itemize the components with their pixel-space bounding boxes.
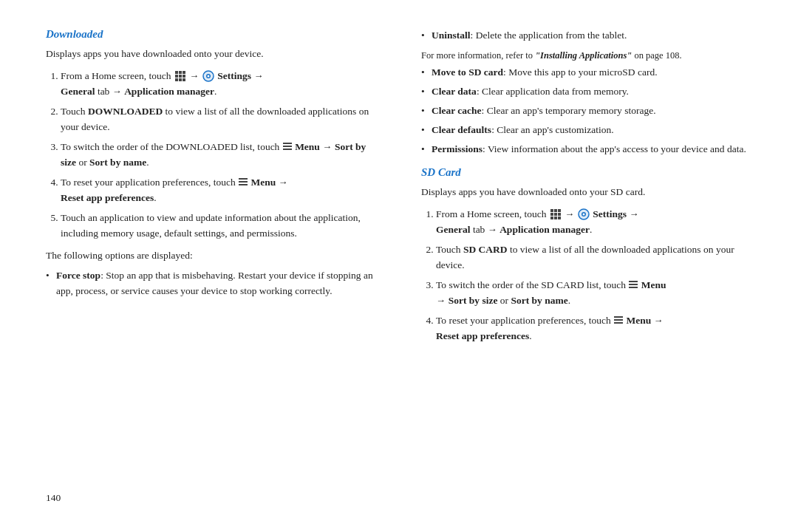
uninstall-bullet: Uninstall: Delete the application from t… [421,28,752,44]
svg-rect-35 [614,316,623,318]
installing-apps-note: For more information, refer to "Installi… [421,50,752,63]
sd-sort-size: Sort by size [449,295,498,306]
sd-settings-icon [578,208,590,220]
left-bullets: Force stop: Stop an app that is misbehav… [46,268,377,299]
clear-defaults-bullet: Clear defaults: Clear an app's customiza… [421,123,752,138]
sdcard-intro: Displays apps you have downloaded onto y… [421,185,752,200]
sd-app-manager-label: Application manager [499,224,590,235]
permissions-term: Permissions [432,143,482,154]
settings-icon-1 [202,70,214,82]
svg-rect-20 [554,209,557,212]
svg-point-12 [207,75,209,78]
svg-rect-16 [239,178,248,180]
svg-rect-2 [183,71,185,74]
sd-menu-label-1: Menu [641,279,666,290]
arrow-4: → [322,141,335,152]
arrow-3: → [112,86,122,97]
clear-data-bullet: Clear data: Clear application data from … [421,84,752,100]
clear-cache-bullet: Clear cache: Clear an app's temporary me… [421,103,752,119]
arrow-2: → [253,70,263,81]
sd-sort-name: Sort by name [511,295,567,306]
downloaded-intro: Displays apps you have downloaded onto y… [46,47,377,61]
permissions-bullet: Permissions: View information about the … [421,142,752,157]
apps-icon [174,70,186,82]
right-more-bullets: Move to SD card: Move this app to your m… [421,65,752,157]
right-column: Uninstall: Delete the application from t… [414,28,752,477]
sd-menu-label-2: Menu [626,315,651,326]
svg-rect-8 [183,78,185,81]
settings-label-1: Settings [217,70,251,81]
content-area: Downloaded Displays apps you have downlo… [46,28,752,477]
arrow-1: → [189,70,202,81]
sd-apps-icon [550,208,562,220]
force-stop-bullet: Force stop: Stop an app that is misbehav… [46,268,377,299]
menu-label-1: Menu [295,141,320,152]
following-options-label: The following options are displayed: [46,248,377,264]
svg-rect-13 [283,143,292,144]
sd-step-1: From a Home screen, touch [436,207,752,238]
svg-rect-0 [175,71,178,74]
sdcard-title: SD Card [421,166,752,179]
downloaded-title: Downloaded [46,28,377,41]
right-top-bullets: Uninstall: Delete the application from t… [421,28,752,44]
sd-step-2: Touch SD CARD to view a list of all the … [436,242,752,273]
downloaded-label: DOWNLOADED [88,106,163,117]
step-2: Touch DOWNLOADED to view a list of all t… [61,104,377,135]
sd-arrow-4: → [436,295,449,306]
step-4: To reset your application preferences, t… [61,175,377,206]
app-manager-label-1: Application manager [124,86,214,97]
uninstall-term: Uninstall [432,30,471,41]
installing-apps-ref: "Installing Applications" [535,50,632,61]
sd-general-tab: General [436,224,471,235]
sd-step-3: To switch the order of the SD CARD list,… [436,278,752,309]
page-number: 140 [46,477,752,504]
svg-rect-1 [179,71,182,74]
force-stop-term: Force stop [56,270,100,281]
svg-rect-15 [283,149,292,150]
svg-rect-19 [550,209,553,212]
sd-arrow-1: → [565,208,577,219]
sort-by-name-label: Sort by name [89,157,146,168]
svg-rect-4 [179,75,182,78]
svg-rect-37 [614,322,623,324]
clear-data-term: Clear data [432,86,477,97]
sd-arrow-5: → [654,315,664,326]
sd-arrow-3: → [488,224,497,235]
step-1: From a Home screen, touch [61,69,377,100]
svg-rect-23 [554,213,557,216]
sdcard-steps: From a Home screen, touch [421,207,752,344]
menu-icon-2 [239,177,248,188]
sd-menu-icon-1 [629,280,638,290]
sd-reset-prefs: Reset app preferences [436,330,529,341]
svg-rect-24 [558,213,561,216]
svg-rect-26 [554,216,557,219]
svg-rect-36 [614,319,623,321]
step-3: To switch the order of the DOWNLOADED li… [61,140,377,171]
svg-rect-7 [179,78,182,81]
svg-rect-33 [629,284,638,285]
move-to-sd-term: Move to SD card [432,66,503,78]
svg-rect-27 [558,216,561,219]
svg-rect-34 [629,287,638,288]
svg-rect-17 [239,181,248,183]
page: Downloaded Displays apps you have downlo… [0,0,798,532]
svg-rect-25 [550,216,553,219]
svg-rect-3 [175,75,178,78]
sd-arrow-2: → [629,208,638,219]
sd-menu-icon-2 [614,316,623,326]
menu-icon-1 [283,142,292,152]
clear-defaults-term: Clear defaults [432,124,491,135]
clear-cache-term: Clear cache [432,105,482,116]
svg-point-31 [582,214,584,216]
arrow-5: → [279,177,288,188]
step-5: Touch an application to view and update … [61,211,377,242]
move-to-sd-bullet: Move to SD card: Move this app to your m… [421,65,752,81]
svg-rect-14 [283,146,292,147]
svg-rect-6 [175,78,178,81]
svg-rect-22 [550,213,553,216]
sd-card-label: SD CARD [463,244,508,255]
general-tab-label: General [61,86,95,97]
sd-settings-label: Settings [593,208,627,219]
svg-rect-18 [239,184,248,185]
downloaded-steps: From a Home screen, touch [46,69,377,241]
